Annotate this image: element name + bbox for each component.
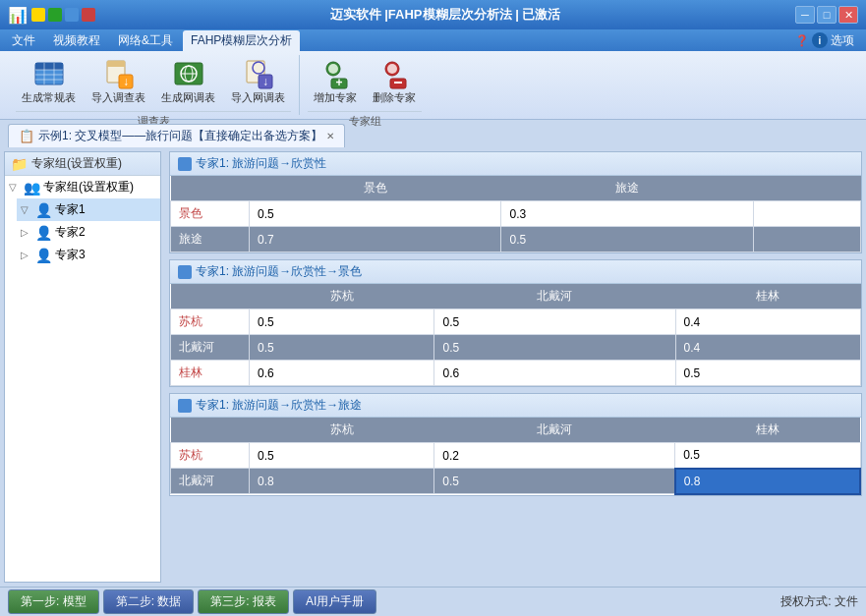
bottom-buttons: 第一步: 模型 第二步: 数据 第三步: 报表 AI用户手册 <box>8 589 376 614</box>
svg-text:+: + <box>335 76 342 89</box>
generate-table-label: 生成常规表 <box>22 90 76 105</box>
cell-0-1[interactable]: 0.3 <box>501 201 753 227</box>
import2-icon: ↓ <box>243 59 274 90</box>
add-expert-button[interactable]: + 增加专家 <box>308 55 363 109</box>
app-title: 迈实软件 |FAHP模糊层次分析法 | 已激活 <box>330 6 561 24</box>
s2-r1c2[interactable]: 0.4 <box>675 335 861 361</box>
section-2: 专家1: 旅游问题→欣赏性→景色 苏杭 北戴河 桂林 苏杭 0.5 0.5 <box>169 259 862 387</box>
s3-r0c2[interactable]: 0.5 <box>675 443 860 469</box>
import-web-button[interactable]: ↓ 导入网调表 <box>225 55 291 109</box>
s3-col-empty <box>171 418 250 443</box>
step2-button[interactable]: 第二步: 数据 <box>103 589 195 614</box>
section3-table: 苏杭 北戴河 桂林 苏杭 0.5 0.2 0.5 北戴河 0.8 <box>170 418 861 495</box>
step1-button[interactable]: 第一步: 模型 <box>8 589 99 614</box>
svg-rect-1 <box>35 63 63 70</box>
maximize-button[interactable]: □ <box>817 6 837 24</box>
manual-button[interactable]: AI用户手册 <box>293 589 376 614</box>
web-table-icon <box>173 59 204 90</box>
tree-node-expert2[interactable]: ▷ 👤 专家2 <box>17 221 160 244</box>
close-button[interactable]: ✕ <box>838 6 858 24</box>
table-row: 苏杭 0.5 0.2 0.5 <box>171 443 861 469</box>
cell-value: 0.5 <box>258 449 274 463</box>
window-controls[interactable]: ─ □ ✕ <box>795 6 858 24</box>
step3-button[interactable]: 第三步: 报表 <box>198 589 289 614</box>
expand-expert3-icon: ▷ <box>21 250 32 260</box>
s3-r1c2[interactable]: 0.8 <box>675 469 860 494</box>
cell-value: 0.5 <box>442 341 459 355</box>
s3-r1c1[interactable]: 0.5 <box>434 469 675 494</box>
delete-expert-label: 删除专家 <box>373 90 416 105</box>
cell-1-1[interactable]: 0.5 <box>501 227 753 252</box>
cell-1-2 <box>753 227 860 252</box>
import-survey-icon: ↓ <box>103 59 135 90</box>
s2-r2c1[interactable]: 0.6 <box>434 361 675 386</box>
section3-header: 专家1: 旅游问题→欣赏性→旅途 <box>170 394 861 418</box>
s2-r0c0[interactable]: 0.5 <box>250 309 434 335</box>
tree-node-root[interactable]: ▽ 👥 专家组(设置权重) <box>5 176 160 198</box>
s3-r1c0[interactable]: 0.8 <box>250 469 434 494</box>
cell-value: 0.3 <box>509 207 526 221</box>
cell-value: 0.6 <box>442 366 459 380</box>
cell-1-0[interactable]: 0.7 <box>250 227 501 252</box>
s2-r1c1[interactable]: 0.5 <box>434 335 675 361</box>
s2-r0c1[interactable]: 0.5 <box>434 309 675 335</box>
cell-0-0[interactable]: 0.5 <box>250 201 501 227</box>
s2-col-suhang: 苏杭 <box>250 284 434 309</box>
table-row: 苏杭 0.5 0.5 0.4 <box>171 309 861 335</box>
s2-r0c2[interactable]: 0.4 <box>675 309 861 335</box>
section1-icon <box>178 157 192 171</box>
s2-r1c0[interactable]: 0.5 <box>250 335 434 361</box>
data-panel[interactable]: 专家1: 旅游问题→欣赏性 景色 旅途 景色 0.5 0.3 <box>165 147 866 587</box>
s3-col-guilin: 桂林 <box>675 418 860 443</box>
tree-node-expert1[interactable]: ▽ 👤 专家1 <box>17 198 160 221</box>
menu-options[interactable]: ❓ i 选项 <box>787 30 862 51</box>
tree-header: 📁 专家组(设置权重) <box>5 152 160 176</box>
s3-col-suhang: 苏杭 <box>250 418 434 443</box>
minimize-button[interactable]: ─ <box>795 6 815 24</box>
cell-value: 0.5 <box>258 341 274 355</box>
expert3-label: 专家3 <box>55 247 86 263</box>
section1-header: 专家1: 旅游问题→欣赏性 <box>170 152 861 176</box>
cell-value: 0.5 <box>442 315 459 329</box>
s2-row0-label: 苏杭 <box>171 309 250 335</box>
add-expert-label: 增加专家 <box>314 90 357 105</box>
generate-web-button[interactable]: 生成网调表 <box>155 55 221 109</box>
s2-r2c2[interactable]: 0.5 <box>675 361 861 386</box>
tree-node-expert3[interactable]: ▷ 👤 专家3 <box>17 244 160 266</box>
s3-r0c0[interactable]: 0.5 <box>250 443 434 469</box>
expert2-label: 专家2 <box>55 224 86 241</box>
cell-value: 0.5 <box>683 448 700 462</box>
delete-expert-icon <box>378 59 410 90</box>
table-icon <box>33 59 65 90</box>
bottom-bar: 第一步: 模型 第二步: 数据 第三步: 报表 AI用户手册 授权方式: 文件 <box>0 587 866 616</box>
menu-bar: 文件 视频教程 网络&工具 FAHP模糊层次分析 ❓ i 选项 <box>0 29 866 51</box>
delete-expert-button[interactable]: 删除专家 <box>367 55 422 109</box>
tab-close-button[interactable]: ✕ <box>326 131 334 141</box>
cell-value: 0.2 <box>442 449 459 463</box>
section2-icon <box>178 265 192 279</box>
tab-example1[interactable]: 📋 示例1: 交叉模型——旅行问题【直接确定出备选方案】 ✕ <box>8 124 345 147</box>
s3-r0c1[interactable]: 0.2 <box>434 443 675 469</box>
menu-fahp[interactable]: FAHP模糊层次分析 <box>183 30 300 51</box>
s3-col-beidaihe: 北戴河 <box>434 418 675 443</box>
svg-text:↓: ↓ <box>262 75 268 88</box>
menu-file[interactable]: 文件 <box>4 30 43 51</box>
table-row: 北戴河 0.5 0.5 0.4 <box>171 335 861 361</box>
s2-row1-label: 北戴河 <box>171 335 250 361</box>
toolbar: 生成常规表 ↓ 导入调查表 <box>0 51 866 120</box>
row-label-jingse: 景色 <box>171 201 250 227</box>
s2-r2c0[interactable]: 0.6 <box>250 361 434 386</box>
section3-icon <box>178 399 192 413</box>
generate-table-button[interactable]: 生成常规表 <box>16 55 82 109</box>
svg-rect-8 <box>107 61 125 67</box>
section2-header: 专家1: 旅游问题→欣赏性→景色 <box>170 260 861 284</box>
s2-col-beidaihe: 北戴河 <box>434 284 675 309</box>
cell-value: 0.7 <box>258 233 274 247</box>
row-label-lvtu: 旅途 <box>171 227 250 252</box>
tree-header-icon: 📁 <box>11 156 28 172</box>
import-survey-button[interactable]: ↓ 导入调查表 <box>86 55 151 109</box>
cell-value: 0.5 <box>684 366 701 380</box>
menu-video[interactable]: 视频教程 <box>45 30 108 51</box>
menu-network[interactable]: 网络&工具 <box>110 30 181 51</box>
section2-title: 专家1: 旅游问题→欣赏性→景色 <box>196 263 362 280</box>
